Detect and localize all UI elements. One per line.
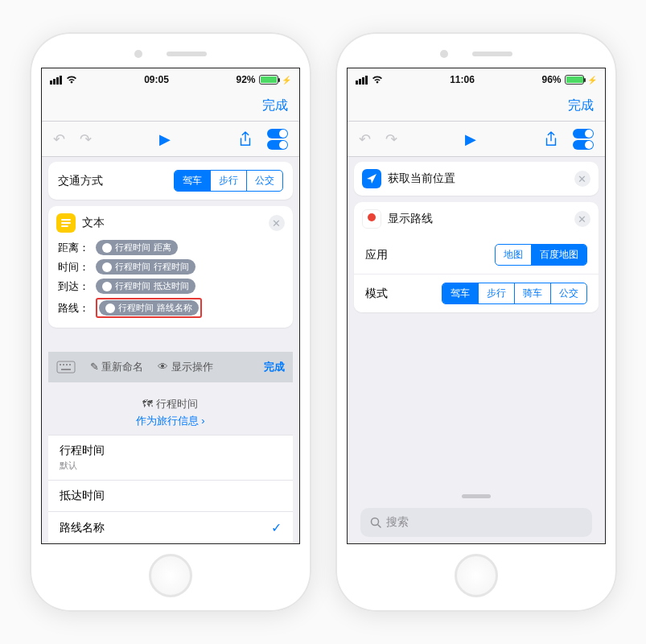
seg-drive[interactable]: 驾车: [442, 283, 478, 303]
redo-icon[interactable]: ↷: [80, 130, 92, 148]
battery-icon: [259, 75, 278, 85]
row-arrival: 到达：行程时间抵达时间: [58, 279, 283, 294]
option-arrival-time[interactable]: 抵达时间: [48, 480, 293, 511]
check-icon: ✓: [271, 520, 282, 535]
picker-link[interactable]: 作为旅行信息 ›: [48, 414, 293, 428]
phone-right: 11:06 96% ⚡ 完成 ↶ ↷ ▶ 获取当前位置 ✕: [335, 32, 617, 612]
svg-rect-5: [61, 369, 71, 370]
share-icon[interactable]: [238, 131, 253, 147]
settings-toggle-icon[interactable]: [267, 129, 288, 150]
battery-icon: [565, 75, 584, 85]
close-icon[interactable]: ✕: [269, 215, 285, 231]
signal-icon: [356, 76, 368, 85]
app-segment[interactable]: 地图 百度地图: [495, 244, 587, 266]
charging-icon: ⚡: [587, 76, 597, 85]
mode-segment[interactable]: 驾车 步行 骑车 公交: [442, 283, 587, 304]
status-bar: 09:05 92% ⚡: [42, 68, 299, 91]
battery-percent: 92%: [236, 74, 255, 85]
battery-percent: 96%: [541, 74, 561, 85]
route-card-title: 显示路线: [388, 212, 433, 226]
seg-baidu[interactable]: 百度地图: [531, 245, 586, 265]
text-card: 文本 ✕ 距离：行程时间距离 时间：行程时间行程时间 到达：行程时间抵达时间 路…: [48, 206, 293, 328]
settings-toggle-icon[interactable]: [573, 129, 594, 150]
show-actions-button[interactable]: 👁 显示操作: [158, 360, 213, 374]
status-time: 09:05: [77, 74, 237, 85]
status-bar: 11:06 96% ⚡: [348, 68, 605, 91]
text-card-title: 文本: [82, 216, 105, 230]
svg-rect-4: [69, 364, 71, 365]
location-icon: [362, 169, 381, 188]
picker-title: 🗺 行程时间: [48, 397, 293, 411]
toolbar: ↶ ↷ ▶: [348, 122, 605, 157]
done-button[interactable]: 完成: [262, 97, 288, 114]
svg-point-6: [371, 518, 378, 526]
route-card: 显示路线 ✕ 应用 地图 百度地图 模式 驾车 步行 骑车 公交: [354, 202, 599, 312]
transport-segment[interactable]: 驾车 步行 公交: [174, 170, 283, 192]
text-card-body[interactable]: 距离：行程时间距离 时间：行程时间行程时间 到达：行程时间抵达时间 路线：行程时…: [48, 240, 293, 328]
seg-walk[interactable]: 步行: [210, 171, 246, 191]
text-icon: [56, 213, 76, 233]
mode-label: 模式: [365, 287, 388, 301]
home-button[interactable]: [149, 554, 192, 597]
keyboard-accessory-bar: ✎ 重新命名 👁 显示操作 完成: [48, 352, 293, 382]
seg-transit[interactable]: 公交: [246, 171, 282, 191]
search-input[interactable]: 搜索: [360, 508, 592, 537]
row-distance: 距离：行程时间距离: [58, 240, 283, 255]
svg-rect-3: [66, 364, 68, 365]
rename-button[interactable]: ✎ 重新命名: [90, 360, 144, 374]
play-icon[interactable]: ▶: [465, 130, 476, 148]
mode-row: 模式 驾车 步行 骑车 公交: [354, 274, 599, 312]
location-card-title: 获取当前位置: [388, 171, 455, 186]
seg-drive[interactable]: 驾车: [175, 171, 210, 191]
seg-transit[interactable]: 公交: [550, 283, 586, 303]
variable-picker: 🗺 行程时间 作为旅行信息 › 行程时间默认 抵达时间 路线名称✓: [48, 389, 293, 543]
transport-card: 交通方式 驾车 步行 公交: [48, 162, 293, 200]
option-travel-time[interactable]: 行程时间默认: [48, 435, 293, 480]
pin-icon: [362, 209, 381, 229]
svg-rect-1: [60, 364, 61, 365]
seg-maps[interactable]: 地图: [496, 245, 531, 265]
location-card[interactable]: 获取当前位置 ✕: [354, 162, 599, 196]
redo-icon[interactable]: ↷: [385, 130, 397, 148]
wifi-icon: [66, 76, 77, 84]
charging-icon: ⚡: [282, 76, 291, 85]
search-placeholder: 搜索: [386, 515, 409, 530]
share-icon[interactable]: [544, 131, 558, 147]
toolbar: ↶ ↷ ▶: [42, 122, 299, 157]
nav-bar: 完成: [42, 91, 299, 122]
wifi-icon: [372, 76, 383, 84]
status-time: 11:06: [383, 74, 542, 85]
seg-bike[interactable]: 骑车: [514, 283, 550, 303]
app-row: 应用 地图 百度地图: [354, 236, 599, 274]
play-icon[interactable]: ▶: [159, 130, 171, 148]
close-icon[interactable]: ✕: [574, 171, 590, 187]
done-button[interactable]: 完成: [568, 97, 594, 114]
app-label: 应用: [365, 248, 388, 262]
svg-rect-0: [57, 361, 75, 373]
undo-icon[interactable]: ↶: [359, 130, 371, 148]
nav-bar: 完成: [348, 91, 605, 122]
transport-label: 交通方式: [58, 174, 103, 188]
search-icon: [370, 517, 381, 528]
svg-rect-2: [63, 364, 64, 365]
signal-icon: [50, 76, 62, 85]
undo-icon[interactable]: ↶: [53, 130, 65, 148]
option-route-name[interactable]: 路线名称✓: [48, 511, 293, 543]
drag-handle[interactable]: [462, 494, 491, 498]
keyboard-icon[interactable]: [56, 361, 76, 374]
row-route: 路线：行程时间路线名称: [58, 298, 283, 318]
home-button[interactable]: [455, 554, 498, 597]
row-time: 时间：行程时间行程时间: [58, 259, 283, 275]
kb-done-button[interactable]: 完成: [264, 360, 285, 374]
seg-walk[interactable]: 步行: [478, 283, 514, 303]
close-icon[interactable]: ✕: [574, 211, 590, 227]
phone-left: 09:05 92% ⚡ 完成 ↶ ↷ ▶ 交通方式 驾车 步行 公交: [30, 32, 311, 612]
